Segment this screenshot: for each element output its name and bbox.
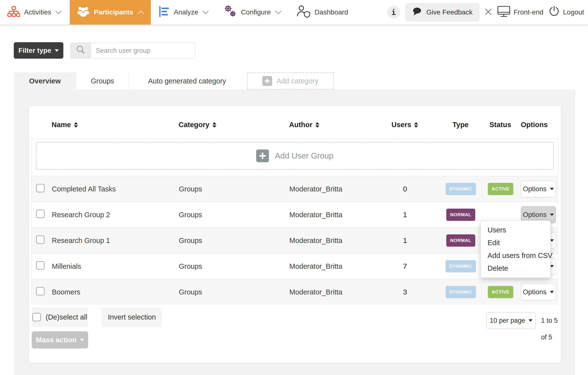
group-category: Groups bbox=[179, 185, 202, 193]
table-row: Research Group 2 Groups Moderator_Britta… bbox=[32, 202, 558, 228]
pagination-range: 1 to 5 of 5 bbox=[541, 312, 561, 329]
user-shield-icon bbox=[297, 5, 311, 20]
caret-down-icon bbox=[550, 214, 554, 216]
filter-type-button[interactable]: Filter type bbox=[14, 42, 63, 59]
type-badge: DYNAMIC bbox=[446, 260, 476, 272]
group-users-count: 1 bbox=[390, 236, 420, 245]
group-author: Moderator_Britta bbox=[289, 185, 342, 193]
row-checkbox[interactable] bbox=[36, 261, 44, 270]
sort-icon bbox=[315, 122, 319, 128]
group-name: Research Group 1 bbox=[52, 237, 110, 245]
invert-selection-button[interactable]: Invert selection bbox=[102, 307, 162, 327]
chevron-up-icon bbox=[137, 8, 144, 16]
deselect-all-checkbox[interactable] bbox=[32, 313, 41, 321]
users-icon bbox=[77, 6, 90, 19]
nav-item-activities[interactable]: Activities bbox=[7, 0, 62, 25]
nav-right-actions: i Give Feedback bbox=[387, 3, 584, 21]
nav-item-participants[interactable]: Participants bbox=[70, 0, 151, 25]
caret-down-icon bbox=[550, 291, 554, 293]
feedback-close-button[interactable] bbox=[485, 8, 492, 16]
add-category-button[interactable]: Add category bbox=[247, 72, 334, 90]
menu-item-add-users-from-csv[interactable]: Add users from CSV bbox=[481, 249, 550, 262]
search-addon bbox=[71, 43, 91, 58]
column-label: Options bbox=[521, 121, 548, 129]
give-feedback-label: Give Feedback bbox=[426, 8, 473, 16]
group-author: Moderator_Britta bbox=[289, 288, 342, 296]
plus-icon bbox=[256, 149, 269, 162]
add-user-group-button[interactable]: Add User Group bbox=[36, 142, 554, 170]
tab-label: Groups bbox=[91, 77, 114, 85]
menu-item-delete[interactable]: Delete bbox=[481, 262, 550, 275]
column-header-category[interactable]: Category bbox=[179, 121, 216, 129]
column-header-type: Type bbox=[441, 121, 480, 129]
top-navigation-bar: Activities Participants Analyze bbox=[0, 0, 588, 25]
add-user-group-label: Add User Group bbox=[275, 151, 333, 161]
nav-item-dashboard[interactable]: Dashboard bbox=[297, 0, 348, 25]
sort-icon bbox=[414, 122, 418, 128]
give-feedback-button[interactable]: Give Feedback bbox=[406, 3, 479, 21]
status-badge: ACTIVE bbox=[488, 286, 514, 298]
per-page-button[interactable]: 10 per page bbox=[487, 312, 536, 329]
group-users-count: 7 bbox=[390, 262, 420, 270]
column-label: Users bbox=[392, 121, 411, 129]
frontend-button[interactable]: Front-end bbox=[497, 6, 543, 19]
group-name: Completed All Tasks bbox=[52, 185, 116, 193]
options-button[interactable]: Options bbox=[521, 181, 556, 197]
nav-item-configure[interactable]: Configure bbox=[223, 0, 281, 25]
type-badge: DYNAMIC bbox=[446, 286, 476, 298]
plus-icon bbox=[262, 76, 272, 86]
column-header-author[interactable]: Author bbox=[289, 121, 319, 129]
filter-type-label: Filter type bbox=[18, 47, 51, 54]
menu-item-users[interactable]: Users bbox=[481, 224, 550, 236]
options-button[interactable]: Options bbox=[521, 284, 556, 300]
column-header-users[interactable]: Users bbox=[385, 121, 424, 129]
logout-button[interactable]: Logout bbox=[549, 6, 584, 19]
table-row: Boomers Groups Moderator_Britta 3 DYNAMI… bbox=[32, 279, 558, 305]
logout-label: Logout bbox=[563, 8, 584, 16]
menu-item-edit[interactable]: Edit bbox=[481, 236, 550, 249]
row-checkbox[interactable] bbox=[36, 210, 44, 218]
row-checkbox[interactable] bbox=[36, 287, 44, 295]
nav-label: Dashboard bbox=[315, 8, 348, 16]
add-category-label: Add category bbox=[277, 77, 319, 85]
row-checkbox[interactable] bbox=[36, 236, 44, 244]
caret-down-icon bbox=[55, 49, 59, 52]
mass-action-button[interactable]: Mass action bbox=[32, 331, 88, 348]
user-groups-table: Add User Group Completed All Tasks Group… bbox=[31, 139, 558, 302]
tab-auto-generated-category[interactable]: Auto generated category bbox=[129, 72, 245, 90]
nav-item-analyze[interactable]: Analyze bbox=[159, 0, 209, 25]
monitor-icon bbox=[497, 6, 510, 19]
tab-overview[interactable]: Overview bbox=[14, 72, 76, 90]
caret-down-icon bbox=[80, 339, 84, 341]
search-input[interactable] bbox=[91, 43, 195, 58]
invert-selection-label: Invert selection bbox=[108, 313, 156, 321]
info-button[interactable]: i bbox=[387, 6, 400, 19]
group-name: Research Group 2 bbox=[52, 211, 110, 219]
search-icon bbox=[76, 45, 86, 56]
column-label: Author bbox=[289, 121, 312, 129]
gears-icon bbox=[223, 5, 237, 20]
caret-down-icon bbox=[550, 188, 554, 190]
bar-chart-icon bbox=[159, 6, 170, 19]
chevron-down-icon bbox=[275, 8, 282, 16]
sort-icon bbox=[74, 122, 78, 128]
group-category: Groups bbox=[179, 237, 202, 245]
row-checkbox[interactable] bbox=[36, 184, 44, 192]
mass-action-label: Mass action bbox=[36, 336, 77, 344]
group-author: Moderator_Britta bbox=[289, 262, 342, 270]
add-user-group-row: Add User Group bbox=[32, 142, 558, 176]
column-header-name[interactable]: Name bbox=[52, 121, 78, 129]
per-page-label: 10 per page bbox=[490, 317, 525, 324]
column-header-options: Options bbox=[515, 121, 554, 129]
sitemap-icon bbox=[7, 6, 20, 19]
sort-icon bbox=[212, 122, 216, 128]
user-groups-card: Name Category Author Users Type Status O… bbox=[29, 106, 561, 363]
tab-groups[interactable]: Groups bbox=[76, 72, 129, 90]
group-category: Groups bbox=[179, 211, 202, 219]
caret-down-icon bbox=[529, 319, 532, 322]
column-header-status: Status bbox=[481, 121, 520, 129]
options-label: Options bbox=[523, 211, 547, 219]
group-author: Moderator_Britta bbox=[289, 211, 342, 219]
deselect-all-control[interactable]: (De)select all bbox=[32, 307, 88, 327]
options-label: Options bbox=[523, 185, 547, 193]
